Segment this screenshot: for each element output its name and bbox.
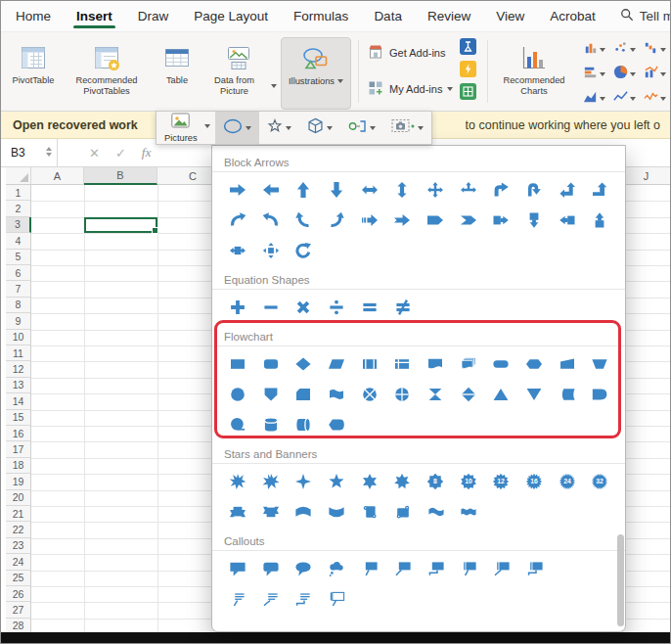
row-header-13[interactable]: 13 [6,378,31,393]
pivottable-button[interactable]: PivotTable [7,37,60,110]
row-header-27[interactable]: 27 [6,602,31,618]
star-5-point-icon[interactable] [320,468,353,494]
row-header-23[interactable]: 23 [6,538,31,554]
select-all-corner[interactable] [6,167,31,185]
column-header-A[interactable]: A [31,167,84,185]
row-header-14[interactable]: 14 [6,393,31,409]
row-header-5[interactable]: 5 [6,250,31,265]
striped-right-arrow-icon[interactable] [353,207,386,233]
area-chart-button[interactable] [582,86,612,111]
flowchart-delay-icon[interactable] [583,381,616,407]
column-header-B[interactable]: B [84,167,157,185]
scatter-chart-button[interactable] [612,37,643,62]
arrow-up-down-icon[interactable] [385,176,419,203]
row-header-18[interactable]: 18 [6,458,31,474]
right-arrow-callout-icon[interactable] [484,207,517,233]
row-header-20[interactable]: 20 [6,490,31,506]
quad-arrow-icon[interactable] [419,176,452,203]
line-callout-2-no-border-icon[interactable] [254,585,288,612]
flowchart-predefined-process-icon[interactable] [353,350,386,377]
pentagon-arrow-icon[interactable] [419,207,452,233]
icons-menu-button[interactable] [259,112,299,144]
line-callout-1-icon[interactable] [353,555,386,581]
row-header-19[interactable]: 19 [6,474,31,489]
flowchart-off-page-connector-icon[interactable] [254,381,288,407]
tab-home[interactable]: Home [15,2,52,30]
star-10-point-icon[interactable]: 10 [452,468,485,494]
flowchart-data-icon[interactable] [320,350,353,377]
circular-arrow-icon[interactable] [288,237,321,263]
row-header-17[interactable]: 17 [6,441,31,457]
illustrations-button[interactable]: Illustrations [281,37,351,110]
pictures-menu-button[interactable]: Pictures [157,112,215,144]
star-32-point-icon[interactable]: 32 [583,468,616,494]
tab-acrobat[interactable]: Acrobat [549,2,597,30]
shapes-menu-button[interactable] [215,112,259,144]
row-header-15[interactable]: 15 [6,410,31,426]
row-header-2[interactable]: 2 [6,201,31,216]
plus-icon[interactable] [221,294,254,320]
multiplication-icon[interactable] [288,294,321,320]
equal-icon[interactable] [353,294,386,320]
enter-icon[interactable]: ✓ [115,146,126,161]
star-12-point-icon[interactable]: 12 [484,468,517,494]
flowchart-merge-icon[interactable] [517,381,551,407]
flowchart-punched-tape-icon[interactable] [320,381,353,407]
flowchart-sequential-access-storage-icon[interactable] [221,411,254,437]
gallery-scrollbar-thumb[interactable] [617,534,624,626]
flowchart-collate-icon[interactable] [419,381,452,407]
row-header-25[interactable]: 25 [6,571,31,586]
cancel-icon[interactable]: ✕ [89,146,100,161]
row-header-9[interactable]: 9 [6,313,31,329]
row-header-8[interactable]: 8 [6,298,31,313]
star-6-point-icon[interactable] [353,468,386,494]
tab-formulas[interactable]: Formulas [292,2,349,30]
left-right-arrow-callout-icon[interactable] [221,237,254,263]
row-header-3[interactable]: 3 [6,217,31,233]
curved-up-ribbon-icon[interactable] [288,498,321,525]
line-callout-1-no-border-icon[interactable] [221,585,254,612]
addin-yellow-icon[interactable] [460,61,479,77]
stepper-up-icon[interactable] [46,147,52,151]
star-24-point-icon[interactable]: 24 [551,468,584,494]
row-header-21[interactable]: 21 [6,506,31,522]
explosion-2-icon[interactable] [254,468,288,494]
flowchart-sort-icon[interactable] [452,381,485,407]
flowchart-direct-access-storage-icon[interactable] [288,411,321,437]
waterfall-chart-button[interactable] [643,37,671,62]
name-box-stepper[interactable] [46,147,52,157]
arrow-up-icon[interactable] [287,176,320,203]
bent-up-arrow-icon[interactable] [583,176,616,203]
row-header-26[interactable]: 26 [6,586,31,602]
sparkline-chart-button[interactable] [643,86,671,111]
row-header-10[interactable]: 10 [6,330,31,345]
combo-chart-button[interactable] [643,62,671,86]
arrow-down-icon[interactable] [320,176,353,203]
3d-models-menu-button[interactable] [299,112,340,144]
flowchart-stored-data-icon[interactable] [551,381,584,407]
cloud-callout-icon[interactable] [320,555,353,581]
division-icon[interactable] [320,294,353,320]
flowchart-manual-input-icon[interactable] [551,350,584,377]
line-callout-3-accent-bar-icon[interactable] [518,555,552,581]
star-4-point-icon[interactable] [287,468,320,494]
row-header-4[interactable]: 4 [6,233,31,249]
arrow-left-icon[interactable] [254,176,288,203]
flowchart-terminator-icon[interactable] [484,350,517,377]
curved-up-arrow-icon[interactable] [287,207,320,233]
curved-right-arrow-icon[interactable] [221,207,254,233]
flowchart-decision-icon[interactable] [287,350,320,377]
row-header-1[interactable]: 1 [6,185,31,201]
star-7-point-icon[interactable] [385,468,419,494]
minus-icon[interactable] [254,294,288,320]
oval-callout-icon[interactable] [288,555,321,581]
row-header-7[interactable]: 7 [6,281,31,297]
bar-chart-button[interactable] [582,62,612,86]
column-chart-button[interactable] [582,37,612,62]
flowchart-process-icon[interactable] [221,350,254,377]
left-up-arrow-icon[interactable] [551,176,584,203]
smartart-menu-button[interactable] [340,112,383,144]
row-header-16[interactable]: 16 [6,426,31,441]
flowchart-document-icon[interactable] [419,350,452,377]
flowchart-card-icon[interactable] [287,381,320,407]
